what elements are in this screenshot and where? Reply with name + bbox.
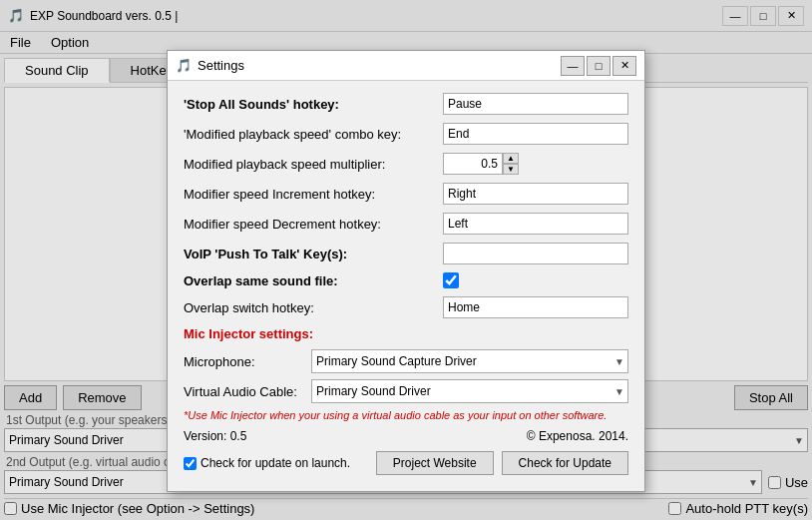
dialog-title-bar: 🎵 Settings — □ ✕ xyxy=(168,51,644,81)
check-launch-checkbox[interactable] xyxy=(184,457,197,470)
microphone-row: Microphone: Primary Sound Capture Driver… xyxy=(184,349,628,373)
speed-multiplier-row: Modified playback speed multiplier: ▲ ▼ xyxy=(184,153,628,175)
increment-row: Modifier speed Increment hotkey: xyxy=(184,183,628,205)
overlap-switch-label: Overlap switch hotkey: xyxy=(184,300,443,315)
speed-multiplier-spinner: ▲ ▼ xyxy=(443,153,519,175)
voip-input[interactable] xyxy=(443,243,628,264)
dialog-icon: 🎵 xyxy=(176,58,192,74)
dialog-title: Settings xyxy=(198,58,561,73)
increment-label: Modifier speed Increment hotkey: xyxy=(184,187,443,202)
decrement-input[interactable] xyxy=(443,213,628,235)
check-launch-label: Check for update on launch. xyxy=(201,456,350,470)
overlap-label: Overlap same sound file: xyxy=(184,273,443,288)
dialog-controls: — □ ✕ xyxy=(561,56,636,76)
stop-all-input[interactable] xyxy=(443,93,628,115)
modified-playback-input[interactable] xyxy=(443,123,628,145)
overlap-checkbox[interactable] xyxy=(443,272,459,288)
project-website-button[interactable]: Project Website xyxy=(376,451,494,475)
dialog-maximize-button[interactable]: □ xyxy=(587,56,610,76)
speed-multiplier-label: Modified playback speed multiplier: xyxy=(184,157,443,172)
spinner-down-button[interactable]: ▼ xyxy=(503,164,519,175)
microphone-select[interactable]: Primary Sound Capture Driver xyxy=(311,349,628,373)
mic-section-label: Mic Injector settings: xyxy=(184,326,628,341)
decrement-row: Modifier speed Decrement hotkey: xyxy=(184,213,628,235)
speed-multiplier-input[interactable] xyxy=(443,153,503,175)
decrement-label: Modifier speed Decrement hotkey: xyxy=(184,217,443,232)
check-launch-container: Check for update on launch. xyxy=(184,456,350,470)
version-row: Version: 0.5 © Expenosa. 2014. xyxy=(184,429,628,443)
voip-label: VoIP 'Push To Talk' Key(s): xyxy=(184,247,443,261)
modified-playback-row: 'Modified playback speed' combo key: xyxy=(184,123,628,145)
stop-all-row: 'Stop All Sounds' hotkey: xyxy=(184,93,628,115)
copyright-text: © Expenosa. 2014. xyxy=(527,429,628,443)
overlap-row: Overlap same sound file: xyxy=(184,272,628,288)
dialog-minimize-button[interactable]: — xyxy=(561,56,585,76)
virtual-cable-label: Virtual Audio Cable: xyxy=(184,384,303,399)
overlap-switch-row: Overlap switch hotkey: xyxy=(184,296,628,318)
dialog-footer: Check for update on launch. Project Webs… xyxy=(184,451,628,479)
check-update-button[interactable]: Check for Update xyxy=(502,451,628,475)
virtual-cable-row: Virtual Audio Cable: Primary Sound Drive… xyxy=(184,379,628,403)
voip-row: VoIP 'Push To Talk' Key(s): xyxy=(184,243,628,264)
info-text: *Use Mic Injector when your using a virt… xyxy=(184,409,628,421)
dialog-body: 'Stop All Sounds' hotkey: 'Modified play… xyxy=(168,81,644,491)
increment-input[interactable] xyxy=(443,183,628,205)
spinner-up-button[interactable]: ▲ xyxy=(503,153,519,164)
modified-playback-label: 'Modified playback speed' combo key: xyxy=(184,127,443,142)
settings-dialog: 🎵 Settings — □ ✕ 'Stop All Sounds' hotke… xyxy=(167,50,645,492)
version-text: Version: 0.5 xyxy=(184,429,246,443)
dialog-overlay: 🎵 Settings — □ ✕ 'Stop All Sounds' hotke… xyxy=(0,0,812,520)
virtual-cable-select[interactable]: Primary Sound Driver xyxy=(311,379,628,403)
microphone-label: Microphone: xyxy=(184,354,303,369)
stop-all-label: 'Stop All Sounds' hotkey: xyxy=(184,97,443,112)
spinner-buttons: ▲ ▼ xyxy=(503,153,519,175)
overlap-switch-input[interactable] xyxy=(443,296,628,318)
dialog-close-button[interactable]: ✕ xyxy=(612,56,636,76)
